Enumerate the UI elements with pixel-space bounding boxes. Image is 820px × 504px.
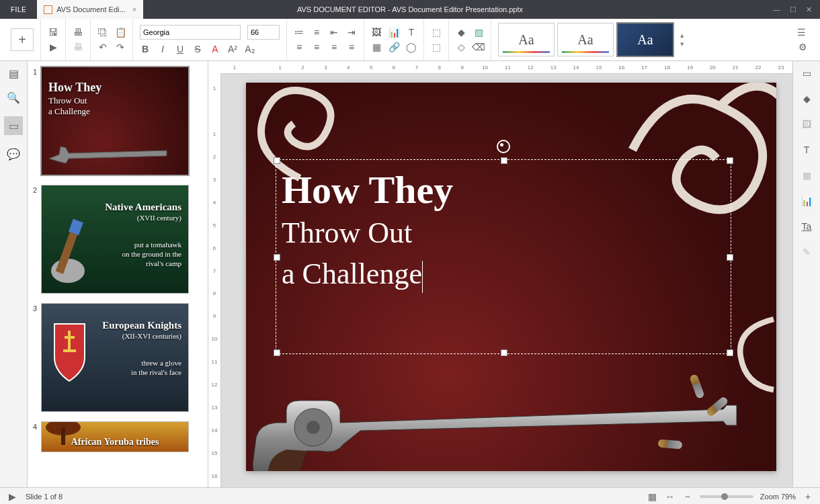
- title-text-box[interactable]: How They Throw Out a Challenge: [276, 159, 731, 354]
- font-name-select[interactable]: [140, 25, 241, 40]
- zoom-out-icon[interactable]: −: [682, 491, 693, 502]
- decrease-indent-icon[interactable]: ⇤: [329, 27, 339, 38]
- bullets-icon[interactable]: ≔: [294, 27, 304, 38]
- rotate-handle-icon[interactable]: [497, 140, 510, 153]
- toolbar: + 🖫 ▶ 🖶 🖶 ⿻ 📋 ↶ ↷ B I: [0, 19, 820, 61]
- maximize-icon[interactable]: ☐: [790, 5, 796, 14]
- resize-handle[interactable]: [501, 157, 507, 164]
- insert-table-icon[interactable]: ▦: [371, 42, 382, 52]
- presentation-icon: [44, 5, 52, 14]
- current-slide[interactable]: How They Throw Out a Challenge: [246, 83, 776, 471]
- right-sidebar: ▭ ◆ 🖼 T ▦ 📊 Ta ✎: [792, 61, 820, 487]
- slide-number: 2: [30, 185, 37, 294]
- slide-thumb-1[interactable]: How They Throw Out a Challenge: [41, 67, 189, 175]
- table-settings-icon[interactable]: ▦: [801, 170, 812, 181]
- settings-gear-icon[interactable]: ⚙: [796, 42, 809, 52]
- slide-settings-icon[interactable]: ▭: [801, 68, 812, 79]
- zoom-in-icon[interactable]: +: [803, 491, 813, 502]
- shape-outline-icon[interactable]: ◇: [456, 42, 466, 52]
- document-tab-label: AVS Document Edi...: [56, 5, 126, 13]
- slides-panel-icon[interactable]: ▭: [4, 116, 23, 135]
- subscript-icon[interactable]: A₂: [245, 44, 255, 54]
- resize-handle[interactable]: [727, 349, 733, 356]
- add-slide-button[interactable]: +: [11, 28, 34, 51]
- svg-rect-4: [61, 427, 65, 445]
- resize-handle[interactable]: [274, 157, 280, 164]
- underline-icon[interactable]: U: [175, 44, 186, 54]
- slide-thumb-4[interactable]: African Yoruba tribes: [41, 421, 189, 452]
- insert-text-icon[interactable]: T: [406, 27, 417, 38]
- resize-handle[interactable]: [274, 349, 280, 356]
- play-slideshow-icon[interactable]: ▶: [48, 42, 58, 52]
- align-left-icon[interactable]: ≡: [294, 42, 304, 52]
- clear-style-icon[interactable]: ⌫: [473, 42, 484, 52]
- resize-handle[interactable]: [727, 157, 733, 164]
- slide-number: 3: [30, 303, 37, 412]
- vertical-ruler: 112345678910111213141516: [208, 73, 221, 487]
- redo-icon[interactable]: ↷: [115, 42, 126, 52]
- image-settings-icon[interactable]: 🖼: [801, 119, 812, 130]
- comments-icon[interactable]: 💬: [8, 149, 19, 159]
- themes-gallery: Aa Aa Aa ▴▾: [498, 22, 688, 57]
- file-menu-tab[interactable]: FILE: [0, 0, 37, 19]
- quick-print-icon[interactable]: 🖶: [73, 42, 83, 52]
- file-panel-icon[interactable]: ▤: [8, 68, 19, 79]
- align-right-icon[interactable]: ≡: [329, 42, 339, 52]
- font-color-icon[interactable]: A: [210, 44, 220, 54]
- zoom-label: Zoom 79%: [760, 493, 796, 501]
- print-icon[interactable]: 🖶: [73, 27, 83, 38]
- document-tab[interactable]: AVS Document Edi... ×: [37, 0, 143, 19]
- start-slideshow-icon[interactable]: ▶: [7, 491, 17, 502]
- numbering-icon[interactable]: ≡: [311, 27, 322, 38]
- undo-icon[interactable]: ↶: [97, 42, 108, 52]
- slide-thumb-2[interactable]: Native Americans (XVII century) put a to…: [41, 185, 189, 294]
- minimize-icon[interactable]: —: [773, 5, 780, 14]
- align-justify-icon[interactable]: ≡: [346, 42, 357, 52]
- chart-settings-icon[interactable]: 📊: [801, 196, 812, 206]
- view-settings-icon[interactable]: ☰: [796, 27, 807, 38]
- strikethrough-icon[interactable]: S: [192, 44, 203, 54]
- textart-settings-icon[interactable]: Ta: [801, 221, 812, 232]
- bold-icon[interactable]: B: [140, 44, 151, 54]
- theme-more-button[interactable]: ▴▾: [677, 24, 688, 56]
- increase-indent-icon[interactable]: ⇥: [346, 27, 357, 38]
- svg-point-6: [306, 421, 320, 434]
- statusbar: ▶ Slide 1 of 8 ▦ ↔ − Zoom 79% +: [0, 487, 820, 504]
- insert-chart-icon[interactable]: 📊: [388, 27, 399, 38]
- slide-number: 4: [30, 421, 37, 452]
- italic-icon[interactable]: I: [157, 44, 168, 54]
- theme-option-2[interactable]: Aa: [557, 23, 614, 56]
- save-icon[interactable]: 🖫: [48, 27, 58, 38]
- slide-thumb-3[interactable]: European Knights (XII-XVI centuries) thr…: [41, 303, 189, 412]
- theme-option-3[interactable]: Aa: [616, 22, 674, 57]
- search-icon[interactable]: 🔍: [8, 92, 19, 103]
- close-window-icon[interactable]: ✕: [806, 5, 812, 14]
- close-tab-icon[interactable]: ×: [132, 5, 136, 13]
- insert-link-icon[interactable]: 🔗: [388, 42, 399, 52]
- arrange-icon[interactable]: ⬚: [431, 27, 442, 38]
- superscript-icon[interactable]: A²: [227, 44, 238, 54]
- fit-slide-icon[interactable]: ▦: [647, 491, 658, 502]
- shape-fill-icon[interactable]: ◆: [456, 27, 466, 38]
- insert-shape-icon[interactable]: ◯: [406, 42, 417, 52]
- zoom-slider[interactable]: [700, 495, 753, 498]
- left-sidebar: ▤ 🔍 ▭ 💬: [0, 61, 28, 487]
- slide-background-icon[interactable]: ▨: [473, 27, 484, 38]
- shape-settings-icon[interactable]: ◆: [801, 93, 812, 104]
- resize-handle[interactable]: [501, 349, 507, 356]
- editor-canvas: 11234567891011121314151617181920212223 1…: [208, 61, 792, 487]
- resize-handle[interactable]: [274, 254, 280, 261]
- align-objects-icon[interactable]: ⬚: [431, 42, 442, 52]
- titlebar: FILE AVS Document Edi... × AVS DOCUMENT …: [0, 0, 820, 19]
- insert-image-icon[interactable]: 🖼: [371, 27, 382, 38]
- align-center-icon[interactable]: ≡: [311, 42, 322, 52]
- font-size-select[interactable]: [247, 25, 280, 40]
- theme-option-1[interactable]: Aa: [498, 23, 555, 56]
- signature-settings-icon[interactable]: ✎: [801, 247, 812, 257]
- resize-handle[interactable]: [727, 254, 733, 261]
- fit-width-icon[interactable]: ↔: [665, 491, 675, 502]
- title-line-2: Throw Out: [282, 216, 725, 251]
- paste-icon[interactable]: 📋: [115, 27, 126, 38]
- text-settings-icon[interactable]: T: [801, 144, 812, 155]
- copy-icon[interactable]: ⿻: [97, 27, 108, 38]
